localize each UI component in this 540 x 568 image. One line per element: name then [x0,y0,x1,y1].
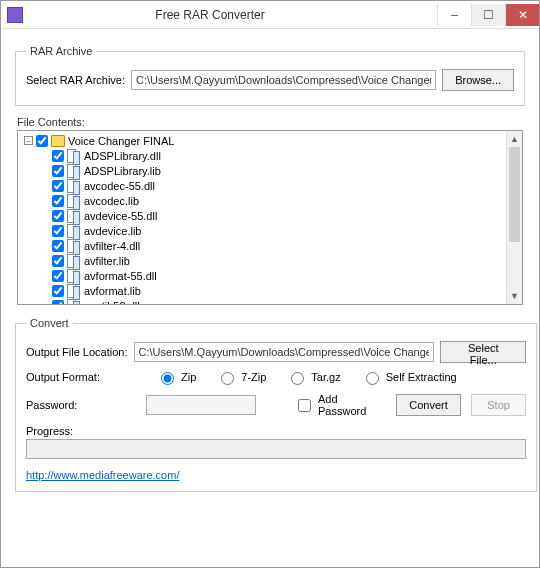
tree-root-node[interactable]: – Voice Changer FINAL [22,133,518,148]
tree-file-node[interactable]: avdevice.lib [22,223,518,238]
window-title: Free RAR Converter [0,8,437,22]
file-label: avcodec.lib [84,195,139,207]
tree-file-node[interactable]: avdevice-55.dll [22,208,518,223]
tree-file-node[interactable]: avfilter.lib [22,253,518,268]
convert-button[interactable]: Convert [396,394,461,416]
website-link[interactable]: http://www.mediafreeware.com/ [26,469,179,481]
tree-file-node[interactable]: avfilter-4.dll [22,238,518,253]
file-checkbox[interactable] [52,225,64,237]
scroll-thumb[interactable] [509,147,520,242]
file-icon [67,179,81,193]
output-path-field[interactable] [134,342,435,362]
app-window: Free RAR Converter – ☐ ✕ RAR Archive Sel… [0,0,540,568]
file-icon [67,239,81,253]
browse-button[interactable]: Browse... [442,69,514,91]
tree-file-node[interactable]: ADSPLibrary.dll [22,148,518,163]
titlebar: Free RAR Converter – ☐ ✕ [1,1,539,29]
file-icon [67,194,81,208]
format-7zip[interactable]: 7-Zip [216,369,266,385]
output-format-label: Output Format: [26,371,136,383]
add-password-option[interactable]: Add Password [294,393,376,417]
file-checkbox[interactable] [52,165,64,177]
file-icon [67,254,81,268]
rar-path-field[interactable] [131,70,436,90]
file-label: avformat-55.dll [84,270,157,282]
add-password-checkbox[interactable] [298,399,311,412]
file-checkbox[interactable] [52,270,64,282]
format-zip-radio[interactable] [161,372,174,385]
file-label: avfilter-4.dll [84,240,140,252]
file-icon [67,209,81,223]
file-icon [67,164,81,178]
file-checkbox[interactable] [52,150,64,162]
select-file-button[interactable]: Select File... [440,341,526,363]
file-label: ADSPLibrary.lib [84,165,161,177]
file-label: avcodec-55.dll [84,180,155,192]
format-targz[interactable]: Tar.gz [286,369,340,385]
file-icon [67,299,81,306]
format-selfextract-radio[interactable] [366,372,379,385]
maximize-button[interactable]: ☐ [471,4,505,26]
tree-scrollbar[interactable]: ▲ ▼ [506,131,522,304]
root-checkbox[interactable] [36,135,48,147]
collapse-icon[interactable]: – [24,136,33,145]
minimize-button[interactable]: – [437,4,471,26]
file-checkbox[interactable] [52,300,64,306]
root-folder-label: Voice Changer FINAL [68,135,174,147]
folder-icon [51,135,65,147]
file-label: avdevice.lib [84,225,141,237]
convert-group: Convert Output File Location: Select Fil… [15,317,537,492]
scroll-down-icon[interactable]: ▼ [507,288,522,304]
file-checkbox[interactable] [52,210,64,222]
rar-archive-group: RAR Archive Select RAR Archive: Browse..… [15,45,525,106]
file-checkbox[interactable] [52,255,64,267]
tree-file-node[interactable]: avformat-55.dll [22,268,518,283]
file-checkbox[interactable] [52,195,64,207]
file-checkbox[interactable] [52,240,64,252]
tree-file-node[interactable]: avutil-52.dll [22,298,518,305]
format-selfextract[interactable]: Self Extracting [361,369,457,385]
progress-label: Progress: [26,425,526,437]
file-checkbox[interactable] [52,285,64,297]
content-area: RAR Archive Select RAR Archive: Browse..… [1,29,539,567]
close-button[interactable]: ✕ [505,4,539,26]
tree-file-node[interactable]: avcodec-55.dll [22,178,518,193]
file-checkbox[interactable] [52,180,64,192]
convert-legend: Convert [26,317,73,329]
tree-file-node[interactable]: avcodec.lib [22,193,518,208]
format-zip[interactable]: Zip [156,369,196,385]
password-label: Password: [26,399,136,411]
format-7zip-radio[interactable] [221,372,234,385]
progress-bar [26,439,526,459]
format-targz-radio[interactable] [291,372,304,385]
file-label: ADSPLibrary.dll [84,150,161,162]
stop-button[interactable]: Stop [471,394,526,416]
output-location-label: Output File Location: [26,346,128,358]
file-icon [67,224,81,238]
rar-archive-legend: RAR Archive [26,45,96,57]
file-label: avdevice-55.dll [84,210,157,222]
tree-file-node[interactable]: ADSPLibrary.lib [22,163,518,178]
file-tree[interactable]: – Voice Changer FINAL ADSPLibrary.dllADS… [17,130,523,305]
scroll-up-icon[interactable]: ▲ [507,131,522,147]
file-contents-label: File Contents: [17,116,523,128]
file-label: avfilter.lib [84,255,130,267]
window-controls: – ☐ ✕ [437,4,539,26]
tree-file-node[interactable]: avformat.lib [22,283,518,298]
password-field[interactable] [146,395,256,415]
file-label: avformat.lib [84,285,141,297]
file-icon [67,269,81,283]
select-rar-label: Select RAR Archive: [26,74,125,86]
file-icon [67,149,81,163]
file-label: avutil-52.dll [84,300,140,306]
file-icon [67,284,81,298]
